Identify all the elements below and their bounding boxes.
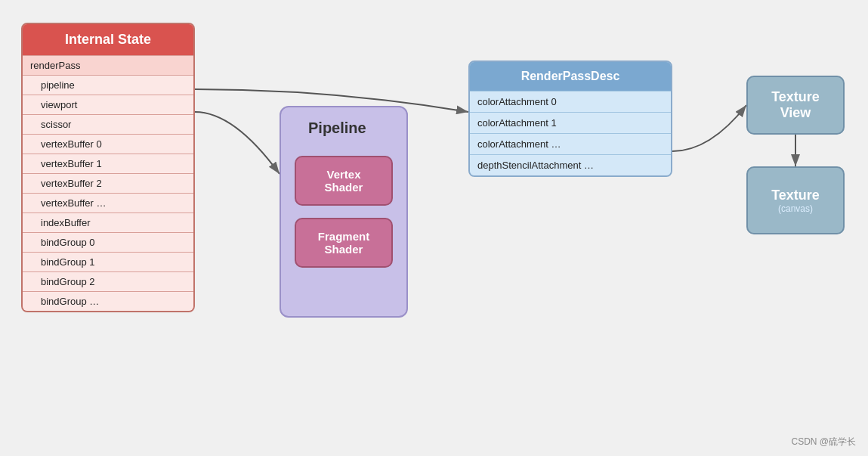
row-renderpass: renderPass xyxy=(23,55,193,75)
row-indexbuffer: indexBuffer xyxy=(23,212,193,232)
vertex-shader-box: VertexShader xyxy=(295,156,393,206)
row-vb0: vertexBuffer 0 xyxy=(23,134,193,154)
row-dsa: depthStencilAttachment … xyxy=(470,154,671,175)
row-cae: colorAttachment … xyxy=(470,133,671,154)
row-bg1: bindGroup 1 xyxy=(23,252,193,271)
row-viewport: viewport xyxy=(23,95,193,114)
row-ca1: colorAttachment 1 xyxy=(470,112,671,133)
row-vbe: vertexBuffer … xyxy=(23,193,193,212)
row-bg2: bindGroup 2 xyxy=(23,271,193,291)
texture-box: Texture (canvas) xyxy=(746,166,845,234)
texture-view-label: TextureView xyxy=(771,89,820,121)
pipeline-box: VertexShader FragmentShader xyxy=(280,106,408,318)
diagram-container: Internal State renderPass pipeline viewp… xyxy=(0,0,868,456)
row-bg0: bindGroup 0 xyxy=(23,232,193,252)
fragment-shader-box: FragmentShader xyxy=(295,218,393,268)
row-ca0: colorAttachment 0 xyxy=(470,91,671,112)
watermark: CSDN @硫学长 xyxy=(791,436,856,448)
internal-state-box: Internal State renderPass pipeline viewp… xyxy=(21,23,195,312)
internal-state-title: Internal State xyxy=(23,24,193,55)
row-vb1: vertexBuffer 1 xyxy=(23,154,193,173)
texture-label: Texture xyxy=(771,188,820,203)
row-pipeline: pipeline xyxy=(23,75,193,95)
row-scissor: scissor xyxy=(23,114,193,134)
texture-sub-label: (canvas) xyxy=(778,203,813,214)
row-vb2: vertexBuffer 2 xyxy=(23,173,193,193)
renderpass-desc-box: RenderPassDesc colorAttachment 0 colorAt… xyxy=(468,60,672,177)
pipeline-title: Pipeline xyxy=(308,119,366,137)
texture-view-box: TextureView xyxy=(746,76,845,135)
renderpass-desc-title: RenderPassDesc xyxy=(470,62,671,91)
row-bge: bindGroup … xyxy=(23,291,193,311)
